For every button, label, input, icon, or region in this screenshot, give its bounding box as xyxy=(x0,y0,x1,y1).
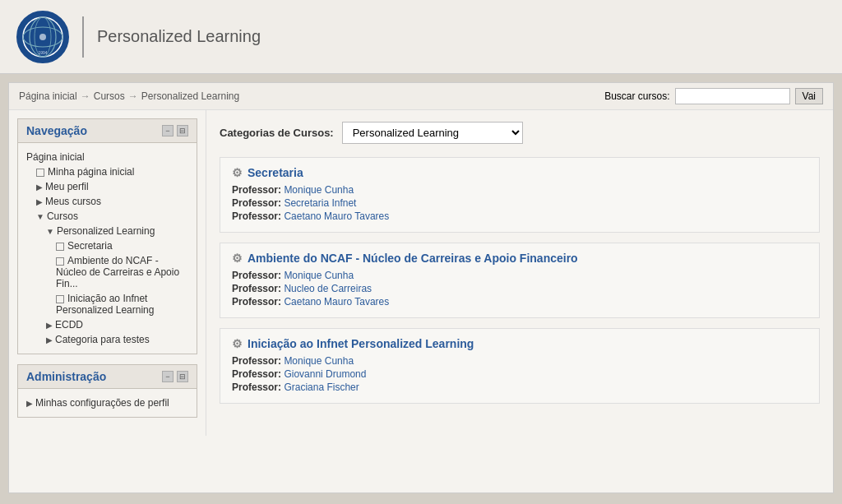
course-prof-0-1-link[interactable]: Secretaria Infnet xyxy=(284,197,356,209)
nav-arrow-meus-cursos: ▶ xyxy=(36,197,43,206)
navigation-block: Navegação − ⊟ Página inicial Minha págin… xyxy=(17,118,197,354)
nav-secretaria-link[interactable]: Secretaria xyxy=(67,240,113,252)
course-prof-2-0-link[interactable]: Monique Cunha xyxy=(284,355,354,367)
nav-meu-perfil: ▶Meu perfil xyxy=(26,179,188,194)
minimize-nav-icon[interactable]: − xyxy=(162,125,173,136)
nav-categoria-testes: ▶Categoria para testes xyxy=(26,332,188,347)
nav-meu-perfil-link[interactable]: Meu perfil xyxy=(45,181,89,192)
category-select[interactable]: Personalized Learning xyxy=(342,122,523,144)
course-gear-icon-1: ⚙ xyxy=(232,252,243,265)
navigation-block-actions: − ⊟ xyxy=(162,125,188,136)
nav-pagina-inicial: Página inicial xyxy=(26,150,188,164)
breadcrumb: Página inicial → Cursos → Personalized L… xyxy=(19,89,239,104)
nav-meus-cursos-link[interactable]: Meus cursos xyxy=(45,196,101,207)
nav-iniciacao: Iniciação ao Infnet Personalized Learnin… xyxy=(26,291,188,317)
sidebar: Navegação − ⊟ Página inicial Minha págin… xyxy=(9,110,206,436)
courses-list: ⚙ Secretaria Professor: Monique Cunha Pr… xyxy=(220,157,820,404)
search-button[interactable]: Vai xyxy=(795,88,823,104)
nav-cursos: ▼Cursos xyxy=(26,209,188,224)
course-prof-0-2-link[interactable]: Caetano Mauro Tavares xyxy=(284,210,389,222)
course-prof-2-0: Professor: Monique Cunha xyxy=(232,355,807,367)
course-prof-2-2: Professor: Graciana Fischer xyxy=(232,381,807,393)
course-prof-2-2-link[interactable]: Graciana Fischer xyxy=(284,381,359,393)
breadcrumb-arrow-2: → xyxy=(128,90,138,102)
nav-arrow-configuracoes: ▶ xyxy=(26,399,33,408)
administration-block: Administração − ⊟ ▶Minhas configurações … xyxy=(17,364,197,418)
navigation-title: Navegação xyxy=(26,124,87,137)
header-title: Personalized Learning xyxy=(97,27,261,46)
navigation-block-header: Navegação − ⊟ xyxy=(18,119,197,143)
course-gear-icon-0: ⚙ xyxy=(232,166,243,179)
search-input[interactable] xyxy=(675,88,790,104)
course-title-2[interactable]: ⚙ Iniciação ao Infnet Personalized Learn… xyxy=(232,337,807,350)
expand-nav-icon[interactable]: ⊟ xyxy=(177,125,188,136)
breadcrumb-home[interactable]: Página inicial xyxy=(19,89,77,104)
nav-minha-pagina: Minha página inicial xyxy=(26,164,188,179)
nav-configuracoes: ▶Minhas configurações de perfil xyxy=(26,395,188,410)
nav-iniciacao-link[interactable]: Iniciação ao Infnet Personalized Learnin… xyxy=(56,293,154,316)
nav-minha-pagina-link[interactable]: Minha página inicial xyxy=(48,166,134,178)
nav-dot-secretaria xyxy=(56,243,64,251)
nav-arrow-cat-testes: ▶ xyxy=(46,335,53,344)
course-prof-1-2: Professor: Caetano Mauro Tavares xyxy=(232,296,807,307)
course-prof-2-1-link[interactable]: Giovanni Drumond xyxy=(284,368,366,380)
nav-configuracoes-link[interactable]: Minhas configurações de perfil xyxy=(35,397,169,409)
search-label: Buscar cursos: xyxy=(604,90,669,102)
course-prof-0-2: Professor: Caetano Mauro Tavares xyxy=(232,210,807,222)
nav-arrow-meu-perfil: ▶ xyxy=(36,183,43,192)
nav-pagina-inicial-link[interactable]: Página inicial xyxy=(26,151,85,163)
administration-block-header: Administração − ⊟ xyxy=(18,365,197,389)
navigation-block-content: Página inicial Minha página inicial ▶Meu… xyxy=(18,143,197,354)
minimize-admin-icon[interactable]: − xyxy=(162,371,173,382)
nav-arrow-cursos: ▼ xyxy=(36,212,44,221)
course-title-1[interactable]: ⚙ Ambiente do NCAF - Núcleo de Carreiras… xyxy=(232,252,807,265)
content-layout: Navegação − ⊟ Página inicial Minha págin… xyxy=(9,110,833,436)
nav-cat-testes-link[interactable]: Categoria para testes xyxy=(55,334,150,345)
breadcrumb-arrow-1: → xyxy=(81,90,90,102)
course-prof-0-0-link[interactable]: Monique Cunha xyxy=(284,184,354,196)
nav-ecdd: ▶ECDD xyxy=(26,317,188,332)
course-card-2: ⚙ Iniciação ao Infnet Personalized Learn… xyxy=(220,328,820,404)
course-prof-0-1: Professor: Secretaria Infnet xyxy=(232,197,807,209)
nav-cursos-link[interactable]: Cursos xyxy=(47,210,78,222)
course-prof-2-1: Professor: Giovanni Drumond xyxy=(232,368,807,380)
course-prof-1-2-link[interactable]: Caetano Mauro Tavares xyxy=(284,296,389,307)
course-prof-1-0: Professor: Monique Cunha xyxy=(232,270,807,281)
administration-block-actions: − ⊟ xyxy=(162,371,188,382)
main-wrapper: Página inicial → Cursos → Personalized L… xyxy=(8,82,834,493)
administration-block-content: ▶Minhas configurações de perfil xyxy=(18,389,197,417)
nav-ncaf-link[interactable]: Ambiente do NCAF - Núcleo de Carreiras e… xyxy=(56,255,179,289)
nav-dot-ncaf xyxy=(56,257,64,266)
course-title-0[interactable]: ⚙ Secretaria xyxy=(232,166,807,179)
nav-dot-iniciacao xyxy=(56,295,64,303)
logo: 1994 xyxy=(16,11,69,63)
nav-personalized-learning: ▼Personalized Learning xyxy=(26,224,188,238)
course-gear-icon-2: ⚙ xyxy=(232,337,243,350)
course-card-0: ⚙ Secretaria Professor: Monique Cunha Pr… xyxy=(220,157,820,233)
breadcrumb-cursos[interactable]: Cursos xyxy=(94,89,125,104)
app-header: 1994 Personalized Learning xyxy=(0,0,842,74)
nav-meus-cursos: ▶Meus cursos xyxy=(26,194,188,209)
top-bar: Página inicial → Cursos → Personalized L… xyxy=(9,83,833,110)
course-prof-0-0: Professor: Monique Cunha xyxy=(232,184,807,196)
nav-arrow-ecdd: ▶ xyxy=(46,321,53,330)
header-divider xyxy=(82,16,84,58)
search-area: Buscar cursos: Vai xyxy=(604,88,823,104)
nav-secretaria: Secretaria xyxy=(26,238,188,253)
expand-admin-icon[interactable]: ⊟ xyxy=(177,371,188,382)
nav-dot-minha-pagina xyxy=(36,169,44,177)
nav-ncaf: Ambiente do NCAF - Núcleo de Carreiras e… xyxy=(26,253,188,291)
nav-pl-link[interactable]: Personalized Learning xyxy=(57,225,155,237)
category-label: Categorias de Cursos: xyxy=(220,127,334,139)
svg-point-4 xyxy=(39,34,46,40)
course-prof-1-0-link[interactable]: Monique Cunha xyxy=(284,270,354,281)
administration-title: Administração xyxy=(26,370,106,383)
main-panel: Categorias de Cursos: Personalized Learn… xyxy=(206,110,833,436)
course-prof-1-1: Professor: Nucleo de Carreiras xyxy=(232,283,807,294)
nav-arrow-pl: ▼ xyxy=(46,227,54,236)
course-card-1: ⚙ Ambiente do NCAF - Núcleo de Carreiras… xyxy=(220,243,820,318)
nav-ecdd-link[interactable]: ECDD xyxy=(55,319,83,331)
course-prof-1-1-link[interactable]: Nucleo de Carreiras xyxy=(284,283,372,294)
category-selector: Categorias de Cursos: Personalized Learn… xyxy=(220,122,820,144)
svg-text:1994: 1994 xyxy=(38,50,47,55)
